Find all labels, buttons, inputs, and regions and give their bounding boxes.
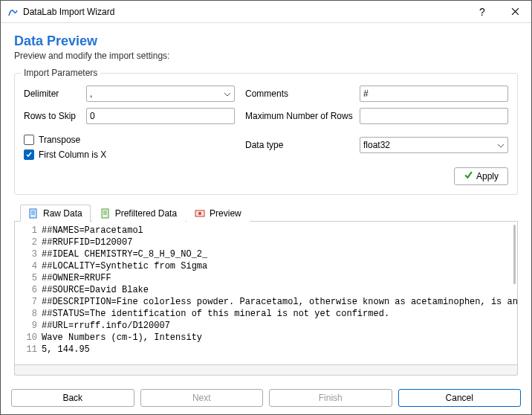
delimiter-value: ,	[90, 89, 92, 99]
code-line: 6##SOURCE=David Blake	[21, 284, 517, 296]
tab-preview[interactable]: Preview	[186, 205, 250, 222]
code-line: 7##DESCRIPTION=Fine colorless powder. Pa…	[21, 296, 517, 308]
line-text: 5, 144.95	[42, 344, 90, 356]
transpose-row[interactable]: Transpose	[24, 135, 235, 145]
import-parameters-group: Import Parameters Delimiter , Comments R…	[14, 73, 518, 195]
tabs-area: Raw Data Prefiltered Data Preview 1#	[14, 204, 518, 376]
apply-button[interactable]: Apply	[454, 167, 508, 185]
group-title: Import Parameters	[21, 68, 100, 78]
line-number: 9	[21, 320, 37, 332]
app-icon	[7, 6, 19, 18]
line-text: ##STATUS=The identification of this mine…	[42, 308, 389, 320]
next-button[interactable]: Next	[140, 389, 264, 407]
line-number: 8	[21, 308, 37, 320]
code-line: 115, 144.95	[21, 344, 517, 356]
line-text: ##DESCRIPTION=Fine colorless powder. Par…	[42, 296, 518, 308]
tab-prefiltered-data[interactable]: Prefiltered Data	[92, 205, 185, 222]
line-number: 3	[21, 248, 37, 260]
close-button[interactable]	[499, 1, 531, 23]
preview-icon	[195, 208, 205, 219]
max-rows-label: Maximum Number of Rows	[245, 111, 349, 121]
chevron-down-icon	[497, 140, 505, 150]
first-column-x-checkbox[interactable]	[24, 149, 34, 160]
delimiter-select[interactable]: ,	[86, 86, 235, 102]
code-line: 5##OWNER=RRUFF	[21, 272, 517, 284]
back-button[interactable]: Back	[11, 389, 134, 407]
tabbar: Raw Data Prefiltered Data Preview	[14, 204, 518, 222]
rows-to-skip-input[interactable]	[86, 108, 235, 124]
help-button[interactable]: ?	[466, 1, 499, 23]
transpose-label: Transpose	[39, 135, 80, 145]
tab-raw-label: Raw Data	[43, 208, 82, 219]
chevron-down-icon	[224, 89, 231, 99]
cancel-button[interactable]: Cancel	[398, 389, 522, 407]
line-text: ##URL=rruff.info/D120007	[42, 320, 170, 332]
line-number: 4	[21, 260, 37, 272]
svg-rect-0	[30, 209, 36, 218]
comments-label: Comments	[245, 89, 349, 99]
max-rows-input[interactable]	[360, 108, 508, 124]
horizontal-scrollbar[interactable]	[14, 365, 518, 376]
first-column-x-row[interactable]: First Column is X	[24, 149, 235, 160]
svg-point-3	[198, 212, 201, 215]
code-line: 9##URL=rruff.info/D120007	[21, 320, 517, 332]
window-title: DataLab Import Wizard	[23, 7, 466, 17]
code-line: 1##NAMES=Paracetamol	[21, 225, 517, 237]
tab-raw-data[interactable]: Raw Data	[20, 205, 91, 222]
rows-to-skip-label: Rows to Skip	[24, 111, 76, 121]
bottom-bar: Back Next Finish Cancel	[1, 382, 531, 414]
line-number: 6	[21, 284, 37, 296]
data-type-select[interactable]: float32	[360, 137, 508, 153]
scrollbar-thumb[interactable]	[513, 225, 516, 284]
tab-preview-label: Preview	[210, 208, 241, 219]
line-text: ##RRUFFID=D120007	[42, 237, 132, 248]
line-text: ##LOCALITY=Synthetic from Sigma	[42, 260, 207, 272]
data-type-label: Data type	[245, 140, 349, 150]
line-text: ##IDEAL CHEMISTRY=C_8_H_9_NO_2_	[42, 248, 207, 260]
raw-data-view[interactable]: 1##NAMES=Paracetamol2##RRUFFID=D1200073#…	[14, 222, 518, 365]
code-line: 4##LOCALITY=Synthetic from Sigma	[21, 260, 517, 272]
line-text: ##SOURCE=David Blake	[42, 284, 149, 296]
data-type-value: float32	[363, 140, 390, 150]
finish-button[interactable]: Finish	[269, 389, 392, 407]
check-icon	[464, 170, 473, 182]
line-number: 2	[21, 237, 37, 248]
document-icon	[28, 208, 39, 219]
filter-document-icon	[100, 208, 111, 219]
line-text: Wave Numbers (cm-1), Intensity	[42, 332, 202, 344]
page-subtitle: Preview and modify the import settings:	[14, 51, 518, 61]
line-number: 11	[21, 344, 37, 356]
line-number: 5	[21, 272, 37, 284]
code-line: 10Wave Numbers (cm-1), Intensity	[21, 332, 517, 344]
line-number: 1	[21, 225, 37, 237]
comments-input[interactable]	[360, 86, 508, 102]
tab-prefiltered-label: Prefiltered Data	[115, 208, 177, 219]
window: DataLab Import Wizard ? Data Preview Pre…	[0, 0, 532, 415]
transpose-checkbox[interactable]	[24, 135, 34, 145]
line-number: 10	[21, 332, 37, 344]
code-line: 3##IDEAL CHEMISTRY=C_8_H_9_NO_2_	[21, 248, 517, 260]
titlebar: DataLab Import Wizard ?	[1, 1, 531, 23]
line-number: 7	[21, 296, 37, 308]
svg-rect-1	[102, 209, 108, 218]
code-line: 8##STATUS=The identification of this min…	[21, 308, 517, 320]
code-line: 2##RRUFFID=D120007	[21, 237, 517, 248]
delimiter-label: Delimiter	[24, 89, 76, 99]
apply-label: Apply	[476, 171, 499, 181]
page-heading: Data Preview	[14, 33, 518, 49]
param-grid: Delimiter , Comments Rows to Skip Maximu…	[24, 86, 508, 160]
content: Data Preview Preview and modify the impo…	[1, 23, 531, 382]
line-text: ##NAMES=Paracetamol	[42, 225, 143, 237]
line-text: ##OWNER=RRUFF	[42, 272, 111, 284]
first-column-x-label: First Column is X	[39, 149, 106, 160]
